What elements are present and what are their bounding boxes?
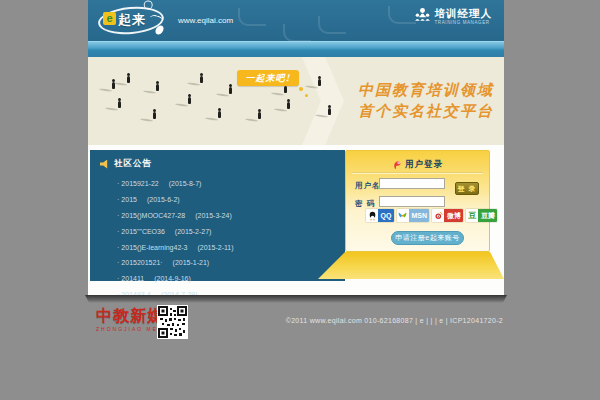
- weibo-label: 微博: [444, 209, 463, 222]
- notice-item[interactable]: 2015""CEO36 (2015-2-27): [117, 223, 339, 239]
- notice-item-title: 2015()MOOC427-28: [121, 212, 185, 219]
- notice-item-title: 2015""CEO36: [121, 228, 165, 235]
- weibo-eye-icon: [432, 209, 444, 222]
- qq-label: QQ: [378, 209, 394, 222]
- brand-title: 培训经理人: [435, 8, 493, 19]
- login-title: 用户登录: [405, 159, 443, 171]
- people-group-icon: [414, 7, 431, 26]
- person-silhouette: [317, 76, 321, 87]
- douban-icon: 豆: [466, 209, 478, 222]
- join-cta-button[interactable]: 一起来吧!: [237, 70, 299, 86]
- banner-slogan: 中国教育培训领域 首个实名社交平台: [358, 80, 494, 122]
- person-silhouette: [327, 105, 331, 116]
- douban-login-button[interactable]: 豆 豆瓣: [466, 209, 497, 222]
- qq-login-button[interactable]: QQ: [366, 209, 394, 222]
- person-silhouette: [187, 94, 191, 105]
- logo-e-badge: e: [103, 12, 116, 25]
- login-box: 用户登录 用户名 密 码 登 录 QQ: [345, 150, 490, 252]
- person-silhouette: [155, 81, 159, 92]
- notice-item-date: (2015-2-27): [175, 228, 212, 235]
- notice-header: 社区公告: [100, 158, 152, 170]
- notice-item[interactable]: 2015201521· (2015-1-21): [117, 255, 339, 271]
- notice-item[interactable]: 2015()MOOC427-28 (2015-3-24): [117, 208, 339, 224]
- douban-label: 豆瓣: [478, 209, 497, 222]
- notice-item-date: (2015-3-24): [195, 212, 232, 219]
- username-label: 用户名: [355, 181, 381, 191]
- header: e 起来 www.eqilai.com 培训经理人 TRAI: [88, 0, 504, 41]
- social-login-row: QQ MSN: [366, 209, 497, 222]
- header-decoration: [318, 16, 346, 34]
- notice-item-date: (2015-1-21): [173, 259, 210, 266]
- notice-item-title: 2015()E-learning42-3: [121, 244, 187, 251]
- qq-penguin-icon: [366, 209, 378, 222]
- person-silhouette: [111, 79, 115, 90]
- notice-item-title: 2015: [121, 196, 137, 203]
- login-box-fold-decoration: [318, 252, 504, 281]
- notice-list: 2015921-22 (2015-8-7) 2015 (2015-6-2) 20…: [117, 176, 339, 302]
- msn-butterfly-icon: [397, 209, 409, 222]
- person-silhouette: [228, 84, 232, 95]
- msn-login-button[interactable]: MSN: [397, 209, 430, 222]
- register-button[interactable]: 申请注册e起来账号: [391, 231, 464, 245]
- nav-bar: [88, 41, 504, 57]
- person-silhouette: [117, 98, 121, 109]
- person-silhouette: [152, 109, 156, 120]
- notice-item[interactable]: 2015 (2015-6-2): [117, 192, 339, 208]
- notice-item-title: 2015921-22: [121, 180, 158, 187]
- notice-item[interactable]: 2015()E-learning42-3 (2015-2-11): [117, 239, 339, 255]
- slogan-line-2: 首个实名社交平台: [358, 101, 494, 122]
- password-input[interactable]: [379, 196, 445, 207]
- password-label: 密 码: [355, 199, 375, 209]
- qr-code: [157, 305, 188, 339]
- notice-item-date: (2014-9-16): [154, 275, 191, 282]
- chevron-decoration: [302, 57, 344, 145]
- site-url[interactable]: www.eqilai.com: [178, 16, 233, 25]
- page-bottom-shadow: [85, 295, 507, 303]
- login-button[interactable]: 登 录: [455, 182, 479, 195]
- copyright-text: ©2011 www.eqilai.com 010-62168087 | e | …: [286, 317, 503, 324]
- notice-item-date: (2015-6-2): [147, 196, 180, 203]
- page-background: e 起来 www.eqilai.com 培训经理人 TRAI: [0, 0, 600, 400]
- notice-item-title: 201411: [121, 275, 144, 282]
- notice-item[interactable]: 2015921-22 (2015-8-7): [117, 176, 339, 192]
- notice-title: 社区公告: [114, 158, 152, 170]
- divider: [352, 172, 483, 173]
- person-silhouette: [257, 109, 261, 120]
- notice-item-date: (2015-2-11): [198, 244, 234, 251]
- person-silhouette: [217, 108, 221, 119]
- username-input[interactable]: [379, 178, 445, 189]
- notice-item-title: 2015201521·: [121, 259, 162, 266]
- hero-banner: 一起来吧! 中国教育培训领域 首个实名社交平台: [88, 57, 504, 145]
- header-decoration: [238, 8, 266, 26]
- weibo-login-button[interactable]: 微博: [432, 209, 463, 222]
- person-silhouette: [199, 73, 203, 84]
- person-silhouette: [286, 99, 290, 110]
- slogan-line-1: 中国教育培训领域: [358, 80, 494, 101]
- header-decoration: [283, 24, 311, 41]
- training-manager-brand[interactable]: 培训经理人 TRAINING MANAGER: [414, 7, 493, 26]
- speaker-icon: [100, 160, 110, 169]
- logo-text: 起来: [118, 11, 146, 29]
- msn-label: MSN: [409, 209, 430, 222]
- brand-subtitle: TRAINING MANAGER: [435, 21, 493, 26]
- community-notice-panel: 社区公告 2015921-22 (2015-8-7) 2015 (2015-6-…: [90, 150, 345, 281]
- header-decoration: [388, 6, 416, 24]
- notice-item-date: (2015-8-7): [169, 180, 202, 187]
- person-silhouette: [126, 73, 130, 84]
- notice-item[interactable]: 201411 (2014-9-16): [117, 271, 339, 287]
